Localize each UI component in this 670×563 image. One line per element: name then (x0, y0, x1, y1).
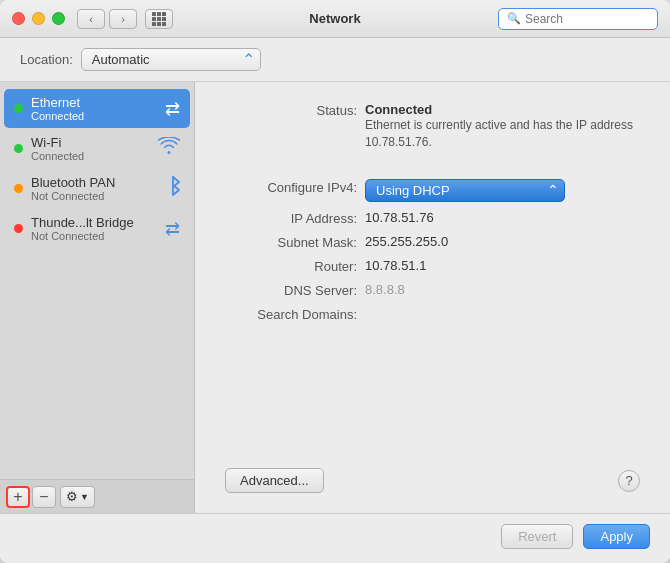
configure-select-wrap: Using DHCP Manually Using BOOTP Off Crea… (365, 179, 565, 202)
bluetooth-name: Bluetooth PAN (31, 175, 160, 190)
status-value: Connected (365, 102, 640, 117)
thunderbolt-name: Thunde...lt Bridge (31, 215, 159, 230)
search-icon: 🔍 (507, 12, 521, 25)
nav-buttons: ‹ › (77, 9, 137, 29)
main-content: Ethernet Connected ⇄ Wi-Fi Connected (0, 82, 670, 513)
remove-network-button[interactable]: − (32, 486, 56, 508)
grid-button[interactable] (145, 9, 173, 29)
sidebar: Ethernet Connected ⇄ Wi-Fi Connected (0, 82, 195, 513)
bluetooth-status: Not Connected (31, 190, 160, 202)
subnet-value: 255.255.255.0 (365, 234, 640, 249)
gear-icon: ⚙ (66, 489, 78, 504)
revert-button[interactable]: Revert (501, 524, 573, 549)
sidebar-item-bluetooth[interactable]: Bluetooth PAN Not Connected (4, 169, 190, 208)
ethernet-icon: ⇄ (165, 98, 180, 120)
subnet-label: Subnet Mask: (225, 234, 365, 250)
wifi-name: Wi-Fi (31, 135, 152, 150)
back-button[interactable]: ‹ (77, 9, 105, 29)
traffic-lights (12, 12, 65, 25)
wifi-status-dot (14, 144, 23, 153)
sidebar-item-ethernet[interactable]: Ethernet Connected ⇄ (4, 89, 190, 128)
router-label: Router: (225, 258, 365, 274)
apply-button[interactable]: Apply (583, 524, 650, 549)
ethernet-status: Connected (31, 110, 159, 122)
bluetooth-status-dot (14, 184, 23, 193)
detail-bottom: Advanced... ? (225, 458, 640, 493)
info-grid: Status: Connected Ethernet is currently … (225, 102, 640, 322)
network-window: ‹ › Network 🔍 Location: Automatic Edit L… (0, 0, 670, 563)
status-description: Ethernet is currently active and has the… (365, 117, 640, 151)
grid-icon (152, 12, 166, 26)
location-bar: Location: Automatic Edit Locations... ⌃ (0, 38, 670, 82)
titlebar: ‹ › Network 🔍 (0, 0, 670, 38)
configure-ipv4-select[interactable]: Using DHCP Manually Using BOOTP Off Crea… (365, 179, 565, 202)
thunderbolt-status-dot (14, 224, 23, 233)
dns-label: DNS Server: (225, 282, 365, 298)
search-bar[interactable]: 🔍 (498, 8, 658, 30)
bluetooth-icon (166, 176, 180, 201)
router-value: 10.78.51.1 (365, 258, 640, 273)
search-input[interactable] (525, 12, 649, 26)
wifi-status: Connected (31, 150, 152, 162)
location-label: Location: (20, 52, 73, 67)
location-select[interactable]: Automatic Edit Locations... (81, 48, 261, 71)
wifi-icon (158, 137, 180, 160)
sidebar-list: Ethernet Connected ⇄ Wi-Fi Connected (0, 82, 194, 479)
ethernet-name: Ethernet (31, 95, 159, 110)
minus-icon: − (39, 488, 48, 506)
dns-value: 8.8.8.8 (365, 282, 640, 297)
thunderbolt-icon: ⇄ (165, 218, 180, 240)
minimize-button[interactable] (32, 12, 45, 25)
gear-button[interactable]: ⚙ ▼ (60, 486, 95, 508)
help-button[interactable]: ? (618, 470, 640, 492)
bottom-bar: Revert Apply (0, 513, 670, 563)
detail-panel: Status: Connected Ethernet is currently … (195, 82, 670, 513)
add-network-button[interactable]: + (6, 486, 30, 508)
ethernet-status-dot (14, 104, 23, 113)
sidebar-toolbar: + − ⚙ ▼ (0, 479, 194, 513)
window-title: Network (309, 11, 360, 26)
forward-button[interactable]: › (109, 9, 137, 29)
close-button[interactable] (12, 12, 25, 25)
sidebar-item-wifi[interactable]: Wi-Fi Connected (4, 129, 190, 168)
gear-arrow-icon: ▼ (80, 492, 89, 502)
sidebar-item-thunderbolt[interactable]: Thunde...lt Bridge Not Connected ⇄ (4, 209, 190, 248)
configure-label: Configure IPv4: (225, 179, 365, 195)
maximize-button[interactable] (52, 12, 65, 25)
advanced-button[interactable]: Advanced... (225, 468, 324, 493)
domains-label: Search Domains: (225, 306, 365, 322)
ip-label: IP Address: (225, 210, 365, 226)
plus-icon: + (13, 488, 22, 506)
ip-value: 10.78.51.76 (365, 210, 640, 225)
thunderbolt-status: Not Connected (31, 230, 159, 242)
status-label: Status: (225, 102, 365, 118)
location-select-wrap: Automatic Edit Locations... ⌃ (81, 48, 261, 71)
